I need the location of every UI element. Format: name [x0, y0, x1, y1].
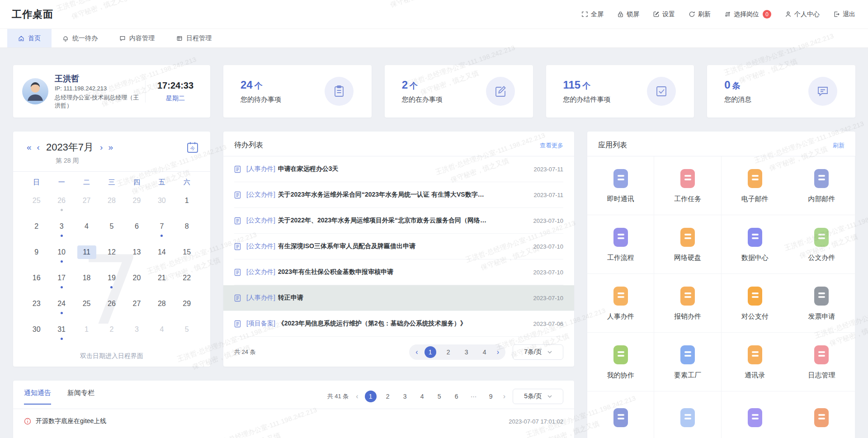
todo-item[interactable]: [公文办件] 关于2022年、2023年水务局运维项目外采“北京市政务云服务合同…	[234, 208, 563, 234]
calendar-day[interactable]: 12	[99, 242, 124, 268]
page-number[interactable]: 2	[443, 346, 454, 358]
fullscreen-button[interactable]: 全屏	[581, 10, 604, 19]
app-item[interactable]: 内部邮件	[788, 156, 855, 215]
calendar-day[interactable]: 26	[99, 293, 124, 319]
calendar-day[interactable]: 20	[124, 268, 149, 293]
app-item[interactable]: 人事办件	[587, 274, 654, 333]
calendar-day[interactable]: 22	[175, 268, 199, 293]
calendar-day[interactable]: 14	[149, 242, 174, 268]
calendar-day[interactable]: 25	[24, 190, 49, 216]
app-item[interactable]: 报销办件	[654, 274, 721, 333]
app-item[interactable]: 即时通讯	[587, 156, 654, 215]
tab-unified-todo[interactable]: 统一待办	[52, 29, 108, 47]
calendar-day[interactable]: 19	[99, 268, 124, 293]
page-number[interactable]: 2	[382, 391, 394, 402]
calendar-day[interactable]: 28	[149, 293, 174, 319]
calendar-day[interactable]: 4	[74, 216, 99, 242]
app-item[interactable]	[654, 391, 721, 438]
app-item[interactable]: 网络硬盘	[654, 215, 721, 274]
app-item[interactable]: 电子邮件	[722, 156, 788, 215]
tab-notices[interactable]: 通知通告	[24, 389, 51, 405]
today-icon[interactable]: 今	[186, 141, 199, 154]
next-page-icon[interactable]: ›	[497, 348, 499, 356]
todo-item[interactable]: [人事办件] 转正申请 2023-07-10	[223, 285, 574, 311]
tab-schedule-management[interactable]: 日程管理	[165, 29, 222, 47]
page-number[interactable]: 4	[416, 391, 428, 402]
calendar-day[interactable]: 21	[149, 268, 174, 293]
page-number[interactable]: 1	[425, 346, 436, 358]
calendar-day[interactable]: 28	[99, 190, 124, 216]
calendar-day[interactable]: 10	[49, 242, 74, 268]
lock-screen-button[interactable]: 锁屏	[617, 10, 639, 19]
page-number[interactable]: 9	[485, 391, 497, 402]
calendar-day[interactable]: 23	[24, 293, 49, 319]
page-number[interactable]: 6	[451, 391, 462, 402]
app-item[interactable]: 通讯录	[722, 333, 788, 391]
stat-card-todo[interactable]: 24个 您的待办事项	[223, 65, 372, 118]
next-page-icon[interactable]: ›	[503, 392, 505, 400]
tab-home[interactable]: 首页	[7, 29, 52, 47]
app-item[interactable]: 发票申请	[788, 274, 855, 333]
prev-page-icon[interactable]: ‹	[356, 392, 358, 400]
next-year-icon[interactable]: »	[105, 142, 116, 152]
calendar-day[interactable]: 3	[124, 319, 149, 345]
calendar-day[interactable]: 13	[124, 242, 149, 268]
calendar-day[interactable]: 29	[124, 190, 149, 216]
app-item[interactable]: 工作流程	[587, 215, 654, 274]
todo-page-size-select[interactable]: 7条/页	[513, 344, 563, 360]
calendar-day[interactable]: 17	[49, 268, 74, 293]
calendar-day[interactable]: 9	[24, 242, 49, 268]
calendar-day[interactable]: 27	[74, 190, 99, 216]
calendar-day[interactable]: 30	[24, 319, 49, 345]
stat-card-completed[interactable]: 115个 您的办结件事项	[546, 65, 694, 118]
tab-content-management[interactable]: 内容管理	[108, 29, 165, 47]
calendar-hint[interactable]: 双击日期进入日程界面	[13, 352, 210, 360]
next-month-icon[interactable]: ›	[97, 142, 105, 152]
page-number[interactable]: 3	[461, 346, 472, 358]
prev-year-icon[interactable]: «	[24, 142, 34, 152]
calendar-day[interactable]: 29	[175, 293, 199, 319]
todo-item[interactable]: [项目备案] 《2023年局信息系统运行维护（第2包：基础办公系统技术服务）》 …	[234, 311, 563, 337]
app-item[interactable]: 要素工厂	[654, 333, 721, 391]
todo-item[interactable]: [公文办件] 2023年有生社保公积金基数申报审核申请 2023-07-10	[234, 259, 563, 285]
refresh-button[interactable]: 刷新	[689, 10, 711, 19]
page-number[interactable]: 5	[434, 391, 445, 402]
calendar-day[interactable]: 6	[124, 216, 149, 242]
news-item[interactable]: 开源数字底座在gitee上线 2023-07-07 17:01:02	[24, 417, 563, 425]
calendar-day[interactable]: 3	[49, 216, 74, 242]
calendar-day[interactable]: 2	[99, 319, 124, 345]
tab-news[interactable]: 新闻专栏	[67, 389, 94, 405]
calendar-day[interactable]: 16	[24, 268, 49, 293]
calendar-day[interactable]: 24	[49, 293, 74, 319]
calendar-day[interactable]: 18	[74, 268, 99, 293]
calendar-day[interactable]: 1	[175, 190, 199, 216]
select-post-button[interactable]: 选择岗位 0	[724, 10, 771, 19]
page-number[interactable]: ⋯	[468, 391, 480, 402]
calendar-day[interactable]: 30	[149, 190, 174, 216]
prev-page-icon[interactable]: ‹	[415, 348, 418, 356]
notices-page-size-select[interactable]: 5条/页	[513, 389, 563, 404]
calendar-day[interactable]: 27	[124, 293, 149, 319]
calendar-day[interactable]: 31	[49, 319, 74, 345]
app-item[interactable]: 对公支付	[722, 274, 788, 333]
app-item[interactable]	[587, 391, 654, 438]
todo-item[interactable]: [人事办件] 申请在家远程办公3天 2023-07-11	[234, 156, 563, 182]
app-item[interactable]: 工作任务	[654, 156, 721, 215]
stat-card-messages[interactable]: 0条 您的消息	[707, 65, 855, 118]
page-number[interactable]: 1	[365, 391, 377, 402]
calendar-day[interactable]: 7	[149, 216, 174, 242]
todo-item[interactable]: [公文办件] 关于2023年水务运维外采合同“2023年水务局统一认证 有生博大…	[234, 182, 563, 208]
app-item[interactable]	[722, 391, 788, 438]
calendar-day[interactable]: 26	[49, 190, 74, 216]
app-item[interactable]	[788, 391, 855, 438]
calendar-day[interactable]: 25	[74, 293, 99, 319]
calendar-day[interactable]: 5	[175, 319, 199, 345]
calendar-day[interactable]: 2	[24, 216, 49, 242]
logout-button[interactable]: 退出	[833, 10, 855, 19]
prev-month-icon[interactable]: ‹	[34, 142, 42, 152]
app-item[interactable]: 我的协作	[587, 333, 654, 391]
app-refresh-link[interactable]: 刷新	[833, 141, 844, 150]
calendar-day[interactable]: 8	[175, 216, 199, 242]
page-number[interactable]: 4	[479, 346, 491, 358]
calendar-day[interactable]: 11	[74, 242, 99, 268]
